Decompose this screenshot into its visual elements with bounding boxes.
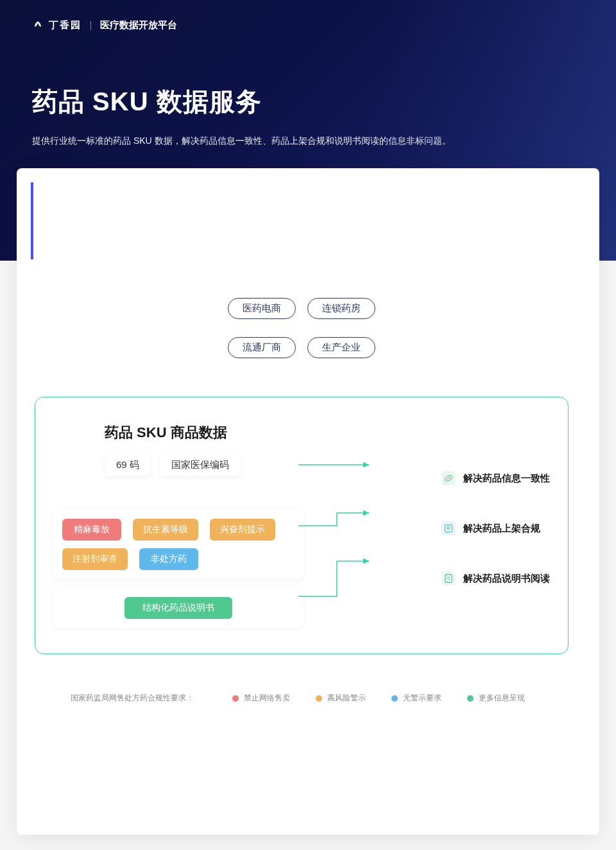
legend-text: 高风险警示	[327, 693, 366, 704]
output-compliance: 解决药品上架合规	[441, 521, 550, 535]
document-icon	[441, 571, 456, 585]
legend-item-green: 更多信息呈现	[467, 693, 525, 704]
legend-item-orange: 高风险警示	[316, 693, 366, 704]
tag-stimulant: 兴奋剂提示	[210, 519, 275, 541]
pill-row-2: 流通厂商 生产企业	[228, 337, 375, 358]
svg-rect-5	[447, 526, 450, 528]
output-consistency: 解决药品信息一致性	[441, 471, 550, 485]
tag-structured-instruction: 结构化药品说明书	[124, 597, 232, 619]
page-title: 药品 SKU 数据服务	[32, 84, 584, 119]
dot-icon	[232, 695, 239, 702]
compliance-tags-block: 精麻毒放 抗生素等级 兴奋剂提示 注射剂审查 非处方药	[53, 508, 304, 579]
tag-row-1: 精麻毒放 抗生素等级 兴奋剂提示	[62, 519, 295, 541]
tag-otc: 非处方药	[139, 548, 198, 570]
pill-icon	[441, 471, 456, 485]
checklist-icon	[441, 521, 456, 535]
pill-manufacturer: 生产企业	[307, 337, 375, 358]
svg-rect-6	[447, 528, 450, 530]
diagram: 医药电商 连锁药房 流通厂商 生产企业 药品 SKU 商品数据 69 码 国家医…	[35, 208, 569, 704]
dot-icon	[316, 695, 322, 702]
sku-data-box: 药品 SKU 商品数据 69 码 国家医保编码 精麻毒放 抗生素等级 兴奋剂提示…	[35, 397, 569, 654]
legend-text: 无警示要求	[403, 693, 441, 704]
funnel-graphic	[35, 208, 569, 298]
legend-item-blue: 无警示要求	[391, 693, 441, 704]
output-instruction: 解决药品说明书阅读	[441, 571, 550, 585]
legend-text: 禁止网络售卖	[244, 693, 290, 704]
dot-icon	[467, 695, 474, 702]
accent-bar	[31, 182, 33, 259]
pill-distributor: 流通厂商	[228, 337, 296, 358]
connector-lines-icon	[298, 455, 382, 629]
legend-text: 更多信息呈现	[479, 693, 525, 704]
legend: 国家药监局网售处方药合规性要求： 禁止网络售卖 高风险警示 无警示要求 更多信息…	[35, 693, 569, 704]
tag-injection: 注射剂审查	[62, 548, 128, 570]
tag-row-2: 注射剂审查 非处方药	[62, 548, 295, 570]
instruction-block: 结构化药品说明书	[53, 587, 304, 628]
platform-name: 医疗数据开放平台	[100, 19, 177, 31]
brand-text: 丁香园	[49, 19, 81, 31]
content-card: 医药电商 连锁药房 流通厂商 生产企业 药品 SKU 商品数据 69 码 国家医…	[17, 168, 599, 835]
pill-chain-pharmacy: 连锁药房	[307, 298, 375, 319]
header-divider	[90, 21, 91, 30]
legend-label: 国家药监局网售处方药合规性要求：	[71, 693, 194, 704]
svg-rect-7	[445, 575, 452, 582]
legend-item-red: 禁止网络售卖	[232, 693, 290, 704]
brand: 丁香园	[32, 19, 81, 31]
output-label: 解决药品上架合规	[463, 523, 540, 535]
tag-narcotic: 精麻毒放	[62, 519, 121, 541]
source-pills: 医药电商 连锁药房 流通厂商 生产企业	[35, 298, 569, 358]
pill-ecommerce: 医药电商	[228, 298, 296, 319]
page-subtitle: 提供行业统一标准的药品 SKU 数据，解决药品信息一致性、药品上架合规和说明书阅…	[32, 134, 584, 148]
code-69: 69 码	[105, 454, 151, 476]
outputs: 解决药品信息一致性 解决药品上架合规 解决药品说明书阅读	[441, 471, 550, 585]
output-label: 解决药品信息一致性	[463, 473, 550, 485]
dot-icon	[391, 695, 398, 702]
header: 丁香园 医疗数据开放平台	[32, 19, 584, 31]
tag-antibiotic: 抗生素等级	[133, 519, 198, 541]
code-nhsa: 国家医保编码	[160, 454, 241, 476]
output-label: 解决药品说明书阅读	[463, 573, 550, 585]
pill-row-1: 医药电商 连锁药房	[228, 298, 375, 319]
sku-box-title: 药品 SKU 商品数据	[105, 423, 550, 442]
brand-leaf-icon	[32, 20, 44, 31]
